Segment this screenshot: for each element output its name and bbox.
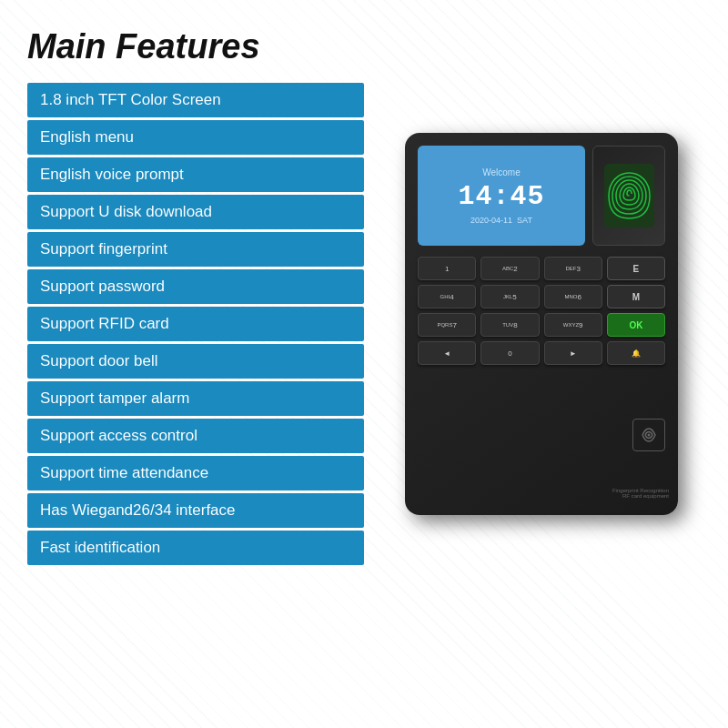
- feature-item: Support tamper alarm: [27, 381, 364, 416]
- feature-item: Support fingerprint: [27, 232, 364, 267]
- feature-item: Support U disk download: [27, 195, 364, 229]
- fingerprint-icon: [604, 164, 654, 228]
- screen-time: 14:45: [458, 181, 544, 212]
- key-7[interactable]: PQRS7: [418, 313, 476, 337]
- feature-item: Support access control: [27, 419, 364, 453]
- key-ok[interactable]: OK: [607, 313, 665, 337]
- svg-point-1: [648, 434, 651, 437]
- key-e[interactable]: E: [607, 257, 665, 280]
- key-5[interactable]: JKL5: [480, 285, 539, 308]
- screen-welcome-text: Welcome: [482, 167, 521, 177]
- feature-item: Has Wiegand26/34 interface: [27, 493, 364, 528]
- rfid-indicator: [632, 419, 665, 451]
- key-0[interactable]: 0: [480, 341, 539, 365]
- key-bell[interactable]: 🔔: [607, 341, 665, 365]
- key-9[interactable]: WXYZ9: [544, 313, 602, 337]
- fingerprint-scanner: [592, 146, 665, 246]
- feature-item: English voice prompt: [27, 157, 364, 192]
- key-6[interactable]: MNO6: [544, 285, 602, 308]
- main-container: Main Features 1.8 inch TFT Color ScreenE…: [0, 0, 728, 728]
- feature-item: English menu: [27, 120, 364, 155]
- key-left[interactable]: ◄: [418, 341, 476, 365]
- key-m[interactable]: M: [607, 285, 665, 308]
- key-right[interactable]: ►: [544, 341, 602, 365]
- key-8[interactable]: TUV8: [480, 313, 539, 337]
- rfid-icon: [638, 424, 660, 446]
- feature-item: 1.8 inch TFT Color Screen: [27, 83, 364, 117]
- feature-item: Fast identification: [27, 531, 364, 565]
- feature-item: Support door bell: [27, 344, 364, 379]
- key-1[interactable]: 1: [418, 257, 476, 280]
- feature-item: Support time attendance: [27, 456, 364, 490]
- key-2[interactable]: ABC2: [480, 257, 539, 280]
- device-label: Fingerprint Recognition RF card equipmen…: [612, 488, 669, 499]
- key-4[interactable]: GHI4: [418, 285, 476, 308]
- feature-item: Support password: [27, 269, 364, 304]
- device-top: Welcome 14:45 2020-04-11 SAT: [418, 146, 665, 246]
- content-area: 1.8 inch TFT Color ScreenEnglish menuEng…: [27, 83, 710, 565]
- device-screen: Welcome 14:45 2020-04-11 SAT: [418, 146, 585, 246]
- key-3[interactable]: DEF3: [544, 257, 602, 280]
- device-area: Welcome 14:45 2020-04-11 SAT: [373, 83, 710, 565]
- features-list: 1.8 inch TFT Color ScreenEnglish menuEng…: [27, 83, 364, 565]
- screen-date: 2020-04-11 SAT: [470, 216, 532, 225]
- feature-item: Support RFID card: [27, 307, 364, 341]
- keypad: 1 ABC2 DEF3 E GHI4 JKL5 MNO6 M PQRS7 TUV…: [418, 253, 665, 369]
- device: Welcome 14:45 2020-04-11 SAT: [405, 133, 678, 515]
- page-title: Main Features: [27, 27, 260, 66]
